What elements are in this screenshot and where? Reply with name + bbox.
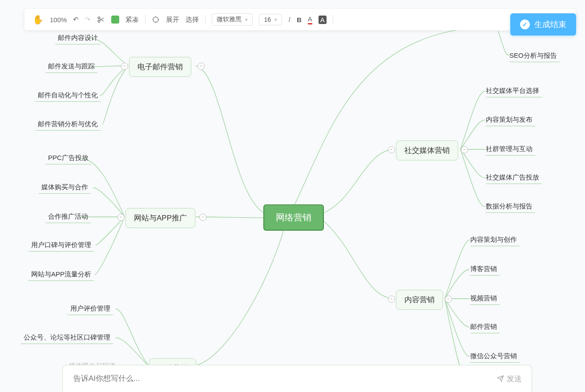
toolbar: ✋ 100% ↶ ↷ 紧凑 展开 选择 微软雅黑▾ 16▾ I B A A [24,9,576,30]
pan-hand-icon[interactable]: ✋ [32,14,44,25]
text-color-button[interactable]: A [308,15,312,24]
leaf-node[interactable]: 邮件营销 [470,323,497,331]
leaf-node[interactable]: 数据分析与报告 [486,202,533,211]
collapse-icon[interactable]: − [388,296,395,303]
separator [145,15,145,24]
send-label: 发送 [507,374,522,384]
select-button[interactable]: 选择 [186,16,199,24]
leaf-node[interactable]: PPC广告投放 [48,154,89,162]
collapse-icon[interactable]: − [117,214,125,221]
zoom-level[interactable]: 100% [50,16,67,24]
ai-chat-bar: 发送 [62,365,532,392]
leaf-node[interactable]: 用户评价管理 [70,304,110,313]
leaf-node[interactable]: 公众号、论坛等社区口碑管理 [24,333,110,342]
expand-button[interactable]: 展开 [166,16,179,24]
branch-social[interactable]: 社交媒体营销 [396,140,458,160]
leaf-node[interactable]: 微信公众号营销 [470,352,517,360]
ai-prompt-input[interactable] [73,374,497,384]
leaf-node[interactable]: 邮件内容设计 [58,34,98,42]
mindmap-canvas[interactable]: 网络营销 电子邮件营销 − − 网站与APP推广 − − 口碑营销 社交媒体营销… [0,0,585,392]
leaf-node[interactable]: 社交媒体平台选择 [486,87,539,95]
undo-icon[interactable]: ↶ [73,16,79,24]
collapse-icon[interactable]: − [388,146,395,153]
branch-content[interactable]: 内容营销 [396,290,443,310]
leaf-node[interactable]: 邮件自动化与个性化 [38,91,98,100]
font-name-label: 微软雅黑 [217,16,242,24]
branch-email[interactable]: 电子邮件营销 [129,57,191,77]
redo-icon[interactable]: ↷ [85,16,91,24]
root-node[interactable]: 网络营销 [263,204,324,231]
cut-icon[interactable] [97,16,105,24]
leaf-node[interactable]: 合作推广活动 [48,212,88,221]
font-family-select[interactable]: 微软雅黑▾ [212,13,253,26]
collapse-icon[interactable]: − [199,214,206,221]
svg-point-2 [153,17,158,22]
font-size-select[interactable]: 16▾ [259,14,282,25]
collapse-icon[interactable]: − [121,63,128,70]
check-icon: ✓ [520,20,530,29]
generation-status-button[interactable]: ✓ 生成结束 [510,13,576,36]
leaf-node[interactable]: 社交媒体广告投放 [486,173,539,182]
font-size-label: 16 [264,16,271,23]
separator [333,15,333,24]
leaf-node[interactable]: 博客营销 [470,265,497,273]
bold-button[interactable]: B [297,16,302,24]
leaf-node[interactable]: 邮件发送与跟踪 [48,62,95,71]
leaf-node[interactable]: 媒体购买与合作 [41,183,88,192]
leaf-node[interactable]: 视频营销 [470,294,497,303]
color-swatch[interactable] [111,16,119,24]
send-button[interactable]: 发送 [497,374,522,384]
layout-mode[interactable]: 紧凑 [125,16,139,24]
separator [205,15,206,24]
collapse-icon[interactable]: − [461,146,468,153]
leaf-node[interactable]: 社群管理与互动 [486,145,533,153]
leaf-node[interactable]: 用户口碑与评价管理 [31,241,91,249]
collapse-icon[interactable]: − [445,296,452,303]
leaf-node[interactable]: 内容策划与发布 [486,116,533,124]
status-label: 生成结束 [534,19,566,30]
leaf-node[interactable]: 网站与APP流量分析 [31,270,91,279]
leaf-node[interactable]: 内容策划与创作 [470,236,517,244]
italic-button[interactable]: I [288,16,290,24]
send-icon [497,375,504,382]
highlight-button[interactable]: A [319,16,327,24]
leaf-node[interactable]: 邮件营销分析与优化 [38,120,98,128]
branch-website[interactable]: 网站与APP推广 [125,208,195,228]
target-icon[interactable] [152,16,160,24]
collapse-icon[interactable]: − [198,63,205,70]
leaf-node[interactable]: SEO分析与报告 [509,52,557,60]
